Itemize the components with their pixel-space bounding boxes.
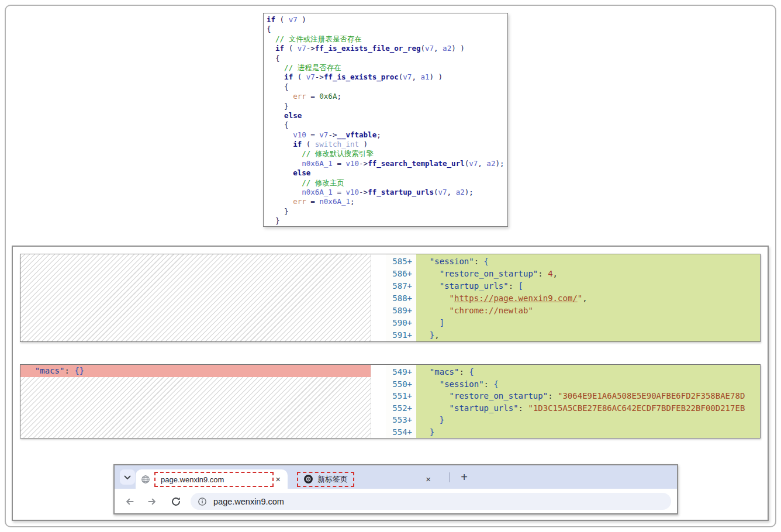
- tab-page-wenxin9[interactable]: page.wenxin9.com ×: [136, 469, 288, 489]
- code-line: if ( v7 ): [267, 15, 504, 25]
- globe-icon: [141, 475, 150, 484]
- tab-title: 新标签页: [317, 474, 348, 485]
- code-line: }: [267, 207, 504, 216]
- diff-pane-margin: [371, 365, 386, 438]
- diff-added-line: }: [420, 414, 760, 426]
- address-bar[interactable]: page.wenxin9.com: [191, 493, 671, 510]
- diff-line-number: 554+: [386, 426, 412, 438]
- code-line: // 修改主页: [267, 178, 504, 188]
- decompiler-code-box: if ( v7 ){ // 文件或注册表是否存在 if ( v7->ff_is_…: [263, 13, 508, 227]
- diff-added-lines: "macs": { "session": { "restore_on_start…: [416, 365, 760, 438]
- code-line: // 文件或注册表是否存在: [267, 34, 504, 44]
- diff-line-number: 590+: [386, 317, 412, 329]
- diff-left-pane: [20, 254, 371, 341]
- diff-added-line: },: [420, 329, 760, 341]
- code-line: err = 0x6A;: [267, 92, 504, 101]
- tab-close-button[interactable]: ×: [274, 474, 282, 484]
- diff-added-lines: "session": { "restore_on_startup": 4, "s…: [416, 254, 760, 341]
- diff-added-line: "macs": {: [420, 366, 760, 378]
- diff-line-number: 549+: [386, 366, 412, 378]
- diff-added-line: "session": {: [420, 378, 760, 391]
- browser-tabstrip: page.wenxin9.com × 新标签页 ×: [115, 465, 677, 489]
- code-line: // 修改默认搜索引擎: [267, 149, 504, 158]
- forward-button[interactable]: [147, 496, 157, 507]
- diff-line-number: 589+: [386, 305, 412, 317]
- code-line: }: [267, 216, 504, 226]
- diff-panel-preferences: 585+586+587+588+589+590+591+ "session": …: [20, 254, 761, 342]
- evidence-container: 585+586+587+588+589+590+591+ "session": …: [12, 246, 769, 521]
- diff-pane-margin: [371, 254, 386, 341]
- address-text: page.wenxin9.com: [213, 497, 284, 506]
- tab-close-button[interactable]: ×: [424, 474, 433, 484]
- diff-left-pane: "macs": {}: [20, 365, 371, 438]
- diff-line-number: 587+: [386, 280, 412, 292]
- code-line: v10 = v7->__vftable;: [267, 130, 504, 140]
- annotation-box-tab2: 新标签页: [297, 472, 354, 487]
- diff-added-line: ]: [420, 317, 760, 329]
- reload-button[interactable]: [171, 496, 181, 507]
- code-line: {: [267, 54, 504, 63]
- browser-toolbar: page.wenxin9.com: [115, 489, 677, 513]
- diff-added-line: "https://page.wenxin9.com/",: [420, 292, 760, 305]
- chevron-down-icon: [124, 472, 131, 482]
- diff-line-number: 552+: [386, 402, 412, 414]
- code-line: {: [267, 120, 504, 130]
- code-line: // 进程是否存在: [267, 63, 504, 72]
- code-line: }: [267, 102, 504, 111]
- info-circle-icon: [198, 497, 207, 506]
- diff-added-line: "restore_on_startup": "3064E9E1A6A508E5E…: [420, 390, 760, 402]
- tab-title: page.wenxin9.com: [161, 475, 224, 484]
- diff-added-line: }: [420, 426, 760, 438]
- diff-line-numbers: 549+550+551+552+553+554+: [386, 365, 416, 438]
- diff-line-number: 550+: [386, 378, 412, 391]
- diff-line-numbers: 585+586+587+588+589+590+591+: [386, 254, 416, 341]
- diff-line-number: 585+: [386, 255, 412, 268]
- tab-separator: [449, 472, 450, 482]
- code-line: else: [267, 168, 504, 178]
- diff-line-number: 588+: [386, 292, 412, 305]
- diff-added-line: "chrome://newtab": [420, 305, 760, 317]
- code-line: if ( v7->ff_is_exists_proc(v7, a1) ): [267, 72, 504, 82]
- diff-line-number: 591+: [386, 329, 412, 341]
- tab-new-tab-page[interactable]: 新标签页 ×: [290, 469, 441, 489]
- diff-added-line: "startup_urls": "1D3C15A5CBE27E86AC642EC…: [420, 402, 760, 414]
- diff-panel-macs: "macs": {} 549+550+551+552+553+554+ "mac…: [20, 364, 761, 438]
- dark-spiral-logo-icon: [303, 474, 313, 484]
- tab-search-button[interactable]: [120, 469, 135, 485]
- diff-missing-block: [20, 254, 371, 341]
- diff-line-number: 586+: [386, 268, 412, 280]
- diff-added-line: "startup_urls": [: [420, 280, 760, 292]
- code-line: if ( switch_int ): [267, 140, 504, 149]
- code-line: {: [267, 25, 504, 34]
- code-line: if ( v7->ff_is_exists_file_or_reg(v7, a2…: [267, 44, 504, 53]
- diff-added-line: "restore_on_startup": 4,: [420, 268, 760, 280]
- diff-line-number: 553+: [386, 414, 412, 426]
- diff-added-line: "session": {: [420, 255, 760, 268]
- code-line: {: [267, 82, 504, 92]
- browser-screenshot: page.wenxin9.com × 新标签页 ×: [113, 464, 678, 514]
- code-line: n0x6A_1 = v10->ff_startup_urls(v7, a2);: [267, 188, 504, 197]
- diff-removed-line: "macs": {}: [20, 365, 371, 377]
- diff-missing-block: [20, 377, 371, 438]
- back-button[interactable]: [125, 496, 135, 507]
- code-line: n0x6A_1 = v10->ff_search_template_url(v7…: [267, 159, 504, 168]
- diff-line-number: 551+: [386, 390, 412, 402]
- code-line: err = n0x6A_1;: [267, 197, 504, 206]
- code-line: else: [267, 111, 504, 120]
- annotation-box-tab1: page.wenxin9.com: [154, 472, 274, 487]
- new-tab-button[interactable]: +: [457, 470, 471, 484]
